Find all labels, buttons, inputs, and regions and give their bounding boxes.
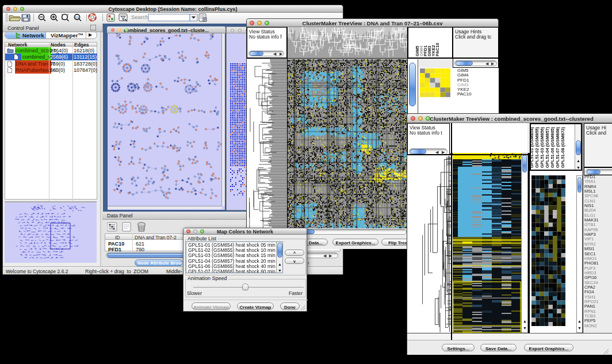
svg-text:Search:: Search:: [131, 14, 150, 20]
svg-text:1:1: 1:1: [75, 16, 79, 19]
